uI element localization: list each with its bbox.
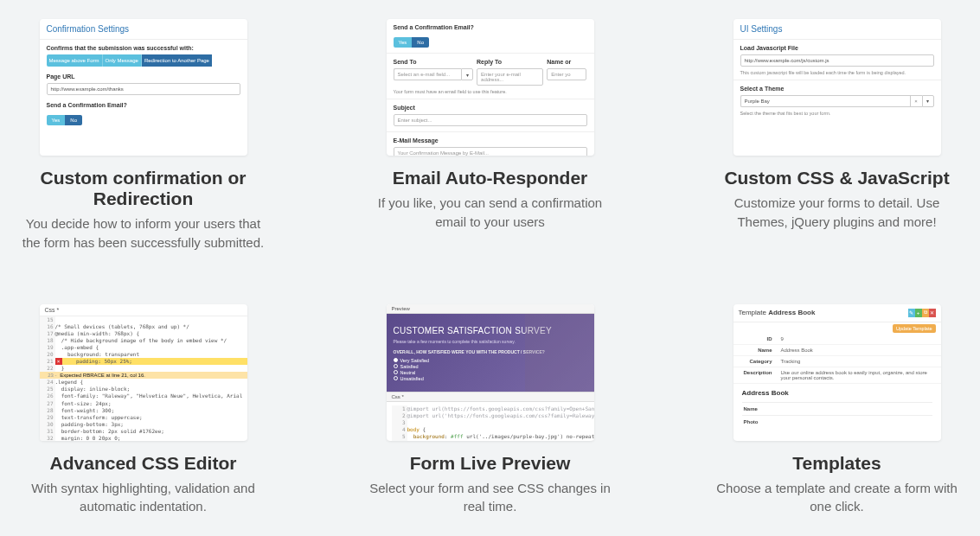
- send-email-label: Send a Confirmation Email?: [47, 102, 240, 108]
- clear-icon[interactable]: ×: [910, 95, 922, 107]
- send-to-hint: Your form must have an email field to us…: [394, 89, 587, 95]
- feature-desc: Customize your forms to detail. Use Them…: [711, 194, 963, 232]
- form-preview: CUSTOMER SATISFACTION SURVEY Please take…: [387, 314, 594, 392]
- feature-css-js: UI Settings Load Javascript File http://…: [711, 19, 963, 252]
- update-template-button[interactable]: Update Template: [893, 324, 935, 333]
- feature-desc: Choose a template and create a form with…: [711, 479, 963, 517]
- code-editor[interactable]: 1@import url(https://fonts.googleapis.co…: [387, 402, 594, 441]
- feature-title: Custom CSS & JavaScript: [724, 168, 949, 188]
- radio-option[interactable]: Satisfied: [394, 364, 587, 369]
- feature-templates: Template Address Book ✎ + ⧉ ✕ Update Tem…: [711, 304, 963, 517]
- card-template: Template Address Book ✎ + ⧉ ✕ Update Tem…: [733, 304, 941, 441]
- page-url-label: Page URL: [47, 73, 240, 80]
- feature-title: Templates: [792, 453, 881, 474]
- send-email-label2: Send a Confirmation Email?: [394, 24, 587, 30]
- form-name: Address Book: [742, 389, 932, 397]
- send-email-toggle[interactable]: Yes No: [47, 115, 82, 125]
- subject-input[interactable]: Enter subject...: [394, 114, 587, 126]
- confirm-mode-tabs[interactable]: Message above Form Only Message Redirect…: [47, 54, 240, 67]
- css-tab[interactable]: Css *: [387, 392, 594, 402]
- theme-select[interactable]: Purple Bay × ▾: [740, 95, 934, 107]
- feature-desc: With syntax highlighting, validation and…: [17, 479, 269, 517]
- theme-label: Select a Theme: [740, 86, 934, 92]
- send-email-toggle2[interactable]: Yes No: [394, 37, 429, 48]
- field-label: Photo: [744, 419, 783, 424]
- name-label: Name or: [547, 59, 586, 65]
- feature-title: Custom confirmation or Redirection: [17, 168, 269, 209]
- email-message-input[interactable]: Your Confirmation Message by E-Mail...: [394, 147, 587, 156]
- subject-label: Subject: [394, 105, 587, 111]
- feature-title: Email Auto-Responder: [393, 168, 588, 188]
- survey-subtitle: Please take a few moments to complete th…: [394, 339, 587, 344]
- card-confirmation: Confirmation Settings Confirms that the …: [40, 19, 247, 156]
- js-file-label: Load Javascript File: [740, 45, 934, 51]
- toggle-no[interactable]: No: [65, 115, 82, 125]
- template-action-buttons[interactable]: ✎ + ⧉ ✕: [908, 309, 936, 317]
- theme-value: Purple Bay: [740, 95, 910, 107]
- copy-icon[interactable]: ⧉: [922, 309, 929, 317]
- feature-title: Form Live Preview: [410, 453, 571, 474]
- panel-title: Confirmation Settings: [47, 24, 240, 34]
- preview-label: Preview: [387, 304, 594, 314]
- feature-autoresponder: Send a Confirmation Email? Yes No Send T…: [364, 19, 616, 252]
- chevron-down-icon[interactable]: ▾: [922, 95, 934, 107]
- error-bar: 23 - Expected RBRACE at line 21, col 16.: [40, 372, 247, 379]
- card-live-preview: Preview CUSTOMER SATISFACTION SURVEY Ple…: [387, 304, 594, 441]
- send-to-select[interactable]: Select an e-mail field...: [394, 68, 462, 80]
- code-editor[interactable]: 1516/* Small devices (tablets, 768px and…: [40, 316, 247, 373]
- survey-question: OVERALL, HOW SATISFIED WERE YOU WITH THE…: [394, 349, 587, 354]
- tab-redirection[interactable]: Redirection to Another Page: [142, 54, 212, 67]
- editor-tab[interactable]: Css *: [40, 304, 247, 316]
- confirms-label: Confirms that the submission was success…: [47, 45, 240, 51]
- js-file-hint: This custom javascript file will be load…: [740, 70, 934, 76]
- field-label: Name: [744, 406, 783, 412]
- delete-icon[interactable]: ✕: [929, 309, 936, 317]
- panel-title: UI Settings: [740, 24, 934, 34]
- radio-option[interactable]: Very Satisfied: [394, 358, 587, 363]
- toggle-no2[interactable]: No: [412, 37, 429, 48]
- toggle-yes[interactable]: Yes: [47, 115, 66, 125]
- feature-desc: Select your form and see CSS changes in …: [364, 479, 616, 517]
- template-details-table: ID9NameAddress BookCategoryTrackingDescr…: [733, 334, 941, 384]
- page-url-input[interactable]: http://www.example.com/thanks: [47, 83, 240, 95]
- card-autoresponder: Send a Confirmation Email? Yes No Send T…: [387, 19, 594, 156]
- feature-desc: If you like, you can send a confirmation…: [364, 194, 616, 232]
- reply-to-input[interactable]: Enter your e-mail address...: [477, 68, 543, 86]
- feature-css-editor: Css * 1516/* Small devices (tablets, 768…: [17, 304, 269, 517]
- radio-option[interactable]: Unsatisfied: [394, 376, 587, 381]
- radio-option[interactable]: Neutral: [394, 370, 587, 375]
- template-title: Template Address Book: [739, 309, 816, 316]
- edit-icon[interactable]: ✎: [908, 309, 915, 317]
- plus-icon[interactable]: +: [915, 309, 922, 317]
- survey-title: CUSTOMER SATISFACTION SURVEY: [394, 326, 587, 335]
- name-input[interactable]: Enter yo: [547, 68, 586, 80]
- send-to-label: Send To: [394, 59, 474, 65]
- toggle-yes2[interactable]: Yes: [394, 37, 413, 48]
- theme-hint: Select the theme that fits best to your …: [740, 111, 934, 117]
- feature-confirmation: Confirmation Settings Confirms that the …: [17, 19, 269, 252]
- feature-title: Advanced CSS Editor: [50, 453, 237, 474]
- chevron-down-icon[interactable]: ▾: [461, 68, 473, 80]
- feature-desc: You decide how to inform your users that…: [17, 214, 269, 252]
- feature-live-preview: Preview CUSTOMER SATISFACTION SURVEY Ple…: [364, 304, 616, 517]
- js-file-input[interactable]: http://www.example.com/js/custom.js: [740, 54, 934, 67]
- card-css-editor: Css * 1516/* Small devices (tablets, 768…: [40, 304, 247, 441]
- card-ui-settings: UI Settings Load Javascript File http://…: [733, 19, 941, 156]
- tab-only-message[interactable]: Only Message: [103, 54, 142, 67]
- reply-to-label: Reply To: [477, 59, 543, 65]
- tab-message-above[interactable]: Message above Form: [47, 54, 103, 67]
- email-message-label: E-Mail Message: [394, 137, 587, 144]
